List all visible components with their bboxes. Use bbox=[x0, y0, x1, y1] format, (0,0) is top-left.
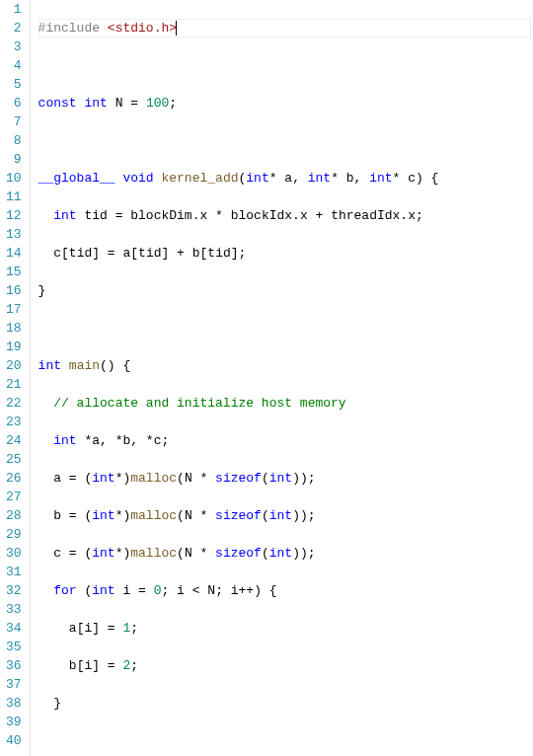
line-number: 19 bbox=[6, 338, 22, 356]
line-number: 10 bbox=[6, 169, 22, 188]
code-line[interactable]: for (int i = 0; i < N; i++) { bbox=[38, 581, 531, 600]
identifier-token: a bbox=[122, 246, 130, 261]
number-token: 0 bbox=[154, 583, 162, 598]
code-line[interactable]: // allocate and initialize host memory bbox=[38, 394, 531, 413]
keyword-token: sizeof bbox=[215, 546, 262, 561]
code-line[interactable] bbox=[38, 731, 531, 750]
number-token: 2 bbox=[122, 658, 130, 673]
type-token: int bbox=[53, 433, 76, 448]
line-number: 25 bbox=[6, 450, 22, 469]
type-token: int bbox=[308, 171, 331, 186]
type-token: int bbox=[269, 546, 292, 561]
comment-token: // allocate and initialize host memory bbox=[53, 396, 345, 411]
keyword-token: const bbox=[38, 96, 77, 111]
code-editor[interactable]: 1 2 3 4 5 6 7 8 9 10 11 12 13 14 15 16 1… bbox=[0, 0, 533, 756]
type-token: int bbox=[53, 208, 76, 223]
function-token: kernel_add bbox=[161, 171, 238, 186]
identifier-token: N bbox=[207, 583, 215, 598]
line-number: 21 bbox=[6, 375, 22, 394]
include-header-token: <stdio.h> bbox=[108, 21, 177, 36]
code-line[interactable] bbox=[38, 319, 531, 338]
keyword-token: for bbox=[53, 583, 76, 598]
line-number: 15 bbox=[6, 263, 22, 281]
line-number: 22 bbox=[6, 394, 22, 413]
code-line[interactable]: #include <stdio.h> bbox=[38, 19, 531, 38]
identifier-token: tid bbox=[84, 208, 107, 223]
line-number: 32 bbox=[6, 581, 22, 600]
line-number: 26 bbox=[6, 469, 22, 488]
code-line[interactable]: c = (int*)malloc(N * sizeof(int)); bbox=[38, 544, 531, 563]
line-number: 36 bbox=[6, 656, 22, 675]
code-line[interactable]: } bbox=[38, 281, 531, 300]
code-line[interactable]: int main() { bbox=[38, 356, 531, 375]
identifier-token: c bbox=[53, 546, 61, 561]
line-number: 14 bbox=[6, 244, 22, 263]
identifier-token: a bbox=[69, 621, 77, 636]
identifier-token: i bbox=[177, 583, 185, 598]
code-line[interactable]: c[tid] = a[tid] + b[tid]; bbox=[38, 244, 531, 263]
code-line[interactable]: __global__ void kernel_add(int* a, int* … bbox=[38, 169, 531, 188]
identifier-token: i bbox=[84, 658, 92, 673]
type-token: int bbox=[246, 171, 268, 186]
number-token: 100 bbox=[146, 96, 169, 111]
line-number: 33 bbox=[6, 600, 22, 619]
line-number: 35 bbox=[6, 638, 22, 656]
identifier-token: threadIdx bbox=[331, 208, 400, 223]
code-line[interactable] bbox=[38, 131, 531, 150]
line-number: 37 bbox=[6, 675, 22, 694]
code-line[interactable]: a = (int*)malloc(N * sizeof(int)); bbox=[38, 469, 531, 488]
type-token: int bbox=[92, 508, 114, 523]
line-number: 18 bbox=[6, 319, 22, 338]
line-number: 13 bbox=[6, 225, 22, 244]
keyword-token: sizeof bbox=[215, 508, 262, 523]
line-number: 20 bbox=[6, 356, 22, 375]
code-line[interactable]: } bbox=[38, 694, 531, 713]
line-number: 11 bbox=[6, 188, 22, 206]
function-token: malloc bbox=[130, 508, 177, 523]
identifier-token: N bbox=[185, 471, 192, 486]
type-token: int bbox=[92, 471, 114, 486]
code-area[interactable]: #include <stdio.h> const int N = 100; __… bbox=[31, 0, 531, 756]
code-line[interactable]: int tid = blockDim.x * blockIdx.x + thre… bbox=[38, 206, 531, 225]
line-number: 16 bbox=[6, 281, 22, 300]
identifier-token: N bbox=[115, 96, 123, 111]
identifier-token: b bbox=[69, 658, 77, 673]
identifier-token: c bbox=[154, 433, 162, 448]
identifier-token: c bbox=[53, 246, 61, 261]
line-number: 1 bbox=[6, 0, 22, 19]
identifier-token: i bbox=[84, 621, 92, 636]
identifier-token: tid bbox=[69, 246, 92, 261]
line-number: 8 bbox=[6, 131, 22, 150]
code-line[interactable]: b[i] = 2; bbox=[38, 656, 531, 675]
type-token: int bbox=[369, 171, 392, 186]
identifier-token: a bbox=[92, 433, 100, 448]
line-number: 31 bbox=[6, 563, 22, 581]
identifier-token: b bbox=[192, 246, 200, 261]
line-number: 39 bbox=[6, 713, 22, 731]
code-line[interactable] bbox=[38, 56, 531, 75]
code-line[interactable]: a[i] = 1; bbox=[38, 619, 531, 638]
identifier-token: N bbox=[185, 508, 192, 523]
type-token: void bbox=[122, 171, 153, 186]
identifier-token: tid bbox=[207, 246, 230, 261]
identifier-token: c bbox=[408, 171, 416, 186]
identifier-token: blockDim bbox=[130, 208, 191, 223]
type-token: int bbox=[38, 358, 61, 373]
code-line[interactable]: int *a, *b, *c; bbox=[38, 431, 531, 450]
type-token: int bbox=[92, 583, 114, 598]
line-number: 27 bbox=[6, 488, 22, 506]
keyword-token: __global__ bbox=[38, 171, 115, 186]
type-token: int bbox=[269, 508, 292, 523]
type-token: int bbox=[84, 96, 107, 111]
identifier-token: blockIdx bbox=[231, 208, 292, 223]
line-number: 7 bbox=[6, 113, 22, 131]
identifier-token: i bbox=[231, 583, 239, 598]
type-token: int bbox=[269, 471, 292, 486]
code-line[interactable]: b = (int*)malloc(N * sizeof(int)); bbox=[38, 506, 531, 525]
function-token: malloc bbox=[130, 471, 177, 486]
line-number: 12 bbox=[6, 206, 22, 225]
type-token: int bbox=[92, 546, 114, 561]
code-line[interactable]: const int N = 100; bbox=[38, 94, 531, 113]
line-number: 40 bbox=[6, 731, 22, 750]
identifier-token: tid bbox=[138, 246, 161, 261]
